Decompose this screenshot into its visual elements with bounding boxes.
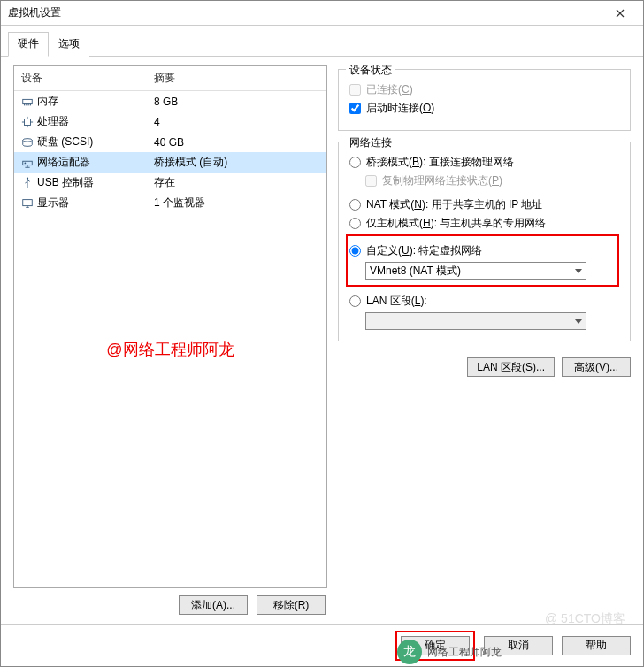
device-status-title: 设备状态 — [346, 63, 395, 78]
tab-options[interactable]: 选项 — [49, 32, 89, 57]
tab-hardware[interactable]: 硬件 — [8, 32, 49, 57]
device-name: 硬盘 (SCSI) — [37, 134, 93, 150]
nat-row[interactable]: NAT 模式(N): 用于共享主机的 IP 地址 — [349, 197, 619, 212]
cell-summary: 4 — [147, 115, 326, 129]
close-icon — [616, 9, 625, 18]
custom-label: 自定义(U): 特定虚拟网络 — [366, 243, 482, 258]
network-connection-title: 网络连接 — [346, 135, 395, 150]
advanced-button[interactable]: 高级(V)... — [562, 357, 631, 377]
connected-label: 已连接(C) — [366, 82, 413, 97]
right-panel: 设备状态 已连接(C) 启动时连接(O) 网络连接 桥接模式(B): 直接连接物… — [338, 65, 631, 615]
table-row[interactable]: USB 控制器存在 — [14, 172, 326, 193]
connect-poweron-row[interactable]: 启动时连接(O) — [349, 101, 619, 116]
content-area: 设备 摘要 内存8 GB处理器4硬盘 (SCSI)40 GB网络适配器桥接模式 … — [1, 57, 643, 624]
connected-row: 已连接(C) — [349, 82, 619, 97]
bridged-radio[interactable] — [349, 157, 361, 168]
lanseg-label: LAN 区段(L): — [366, 294, 427, 309]
connect-poweron-label: 启动时连接(O) — [366, 101, 434, 116]
cell-summary: 40 GB — [147, 135, 326, 150]
hostonly-label: 仅主机模式(H): 与主机共享的专用网络 — [366, 216, 546, 231]
cell-device: 硬盘 (SCSI) — [14, 134, 147, 150]
custom-network-combo[interactable]: VMnet8 (NAT 模式) — [365, 262, 586, 280]
table-row[interactable]: 硬盘 (SCSI)40 GB — [14, 132, 326, 152]
custom-network-value: VMnet8 (NAT 模式) — [370, 264, 461, 279]
replicate-checkbox — [365, 175, 377, 187]
connect-poweron-checkbox[interactable] — [349, 103, 361, 114]
bridged-row[interactable]: 桥接模式(B): 直接连接物理网络 — [349, 155, 619, 170]
device-table: 设备 摘要 内存8 GB处理器4硬盘 (SCSI)40 GB网络适配器桥接模式 … — [13, 65, 327, 588]
lanseg-row[interactable]: LAN 区段(L): — [349, 294, 619, 309]
footer: 龙 网络工程师阿龙 确定 取消 帮助 — [1, 624, 643, 666]
replicate-label: 复制物理网络连接状态(P) — [382, 173, 502, 188]
custom-highlight-frame: 自定义(U): 特定虚拟网络 VMnet8 (NAT 模式) — [346, 234, 619, 287]
lan-segments-button[interactable]: LAN 区段(S)... — [467, 357, 555, 377]
titlebar: 虚拟机设置 — [1, 1, 643, 26]
svg-rect-6 — [23, 199, 33, 205]
cell-device: USB 控制器 — [14, 174, 147, 191]
header-device: 设备 — [14, 66, 147, 90]
hostonly-row[interactable]: 仅主机模式(H): 与主机共享的专用网络 — [349, 216, 619, 231]
left-panel: 设备 摘要 内存8 GB处理器4硬盘 (SCSI)40 GB网络适配器桥接模式 … — [13, 65, 327, 615]
svg-rect-0 — [23, 99, 33, 104]
left-button-row: 添加(A)... 移除(R) — [13, 588, 327, 615]
memory-icon — [21, 96, 34, 108]
cell-summary: 存在 — [147, 174, 326, 191]
svg-point-5 — [27, 177, 28, 179]
header-summary: 摘要 — [147, 66, 326, 90]
hostonly-radio[interactable] — [349, 218, 361, 229]
display-icon — [21, 197, 34, 210]
device-name: 网络适配器 — [37, 155, 90, 170]
cell-device: 显示器 — [14, 195, 147, 211]
add-button[interactable]: 添加(A)... — [179, 595, 248, 615]
device-name: 显示器 — [37, 196, 69, 211]
custom-row[interactable]: 自定义(U): 特定虚拟网络 — [349, 243, 616, 258]
custom-radio[interactable] — [349, 245, 361, 257]
cell-summary: 桥接模式 (自动) — [147, 154, 326, 171]
close-button[interactable] — [602, 1, 638, 26]
cell-summary: 8 GB — [147, 95, 326, 109]
nat-label: NAT 模式(N): 用于共享主机的 IP 地址 — [366, 197, 542, 212]
cell-summary: 1 个监视器 — [147, 195, 326, 211]
cpu-icon — [21, 116, 34, 128]
window-title: 虚拟机设置 — [8, 5, 602, 20]
right-bottom-buttons: LAN 区段(S)... 高级(V)... — [338, 352, 631, 377]
svg-point-2 — [23, 138, 33, 142]
svg-point-4 — [25, 162, 27, 164]
device-status-group: 设备状态 已连接(C) 启动时连接(O) — [338, 69, 631, 131]
disk-icon — [21, 136, 34, 149]
cell-device: 网络适配器 — [14, 154, 147, 171]
help-button[interactable]: 帮助 — [562, 636, 631, 656]
device-name: USB 控制器 — [37, 175, 94, 190]
table-row[interactable]: 内存8 GB — [14, 91, 326, 111]
table-header: 设备 摘要 — [14, 66, 326, 91]
net-icon — [21, 157, 34, 169]
remove-button[interactable]: 移除(R) — [257, 595, 326, 615]
usb-icon — [21, 177, 34, 189]
author-name: 网络工程师阿龙 — [427, 645, 502, 660]
table-row[interactable]: 网络适配器桥接模式 (自动) — [14, 152, 326, 172]
cell-device: 内存 — [14, 93, 147, 110]
network-connection-group: 网络连接 桥接模式(B): 直接连接物理网络 复制物理网络连接状态(P) NAT… — [338, 142, 631, 341]
table-row[interactable]: 处理器4 — [14, 111, 326, 132]
tab-bar: 硬件 选项 — [1, 26, 643, 57]
nat-radio[interactable] — [349, 199, 361, 211]
lanseg-combo — [365, 312, 586, 330]
svg-rect-1 — [25, 119, 31, 125]
device-name: 内存 — [37, 94, 58, 109]
vm-settings-window: 虚拟机设置 硬件 选项 设备 摘要 内存8 GB处理器4硬盘 (SCSI)40 … — [0, 0, 644, 667]
connected-checkbox — [349, 84, 361, 96]
svg-rect-3 — [23, 161, 33, 165]
cell-device: 处理器 — [14, 113, 147, 130]
watermark-text: @网络工程师阿龙 — [14, 339, 326, 360]
lanseg-radio[interactable] — [349, 295, 361, 307]
table-row[interactable]: 显示器1 个监视器 — [14, 193, 326, 213]
table-body: 内存8 GB处理器4硬盘 (SCSI)40 GB网络适配器桥接模式 (自动)US… — [14, 91, 326, 587]
replicate-row: 复制物理网络连接状态(P) — [365, 173, 619, 188]
author-float: 龙 网络工程师阿龙 — [397, 640, 502, 664]
avatar-icon: 龙 — [397, 640, 422, 664]
device-name: 处理器 — [37, 114, 69, 129]
bridged-label: 桥接模式(B): 直接连接物理网络 — [366, 155, 514, 170]
